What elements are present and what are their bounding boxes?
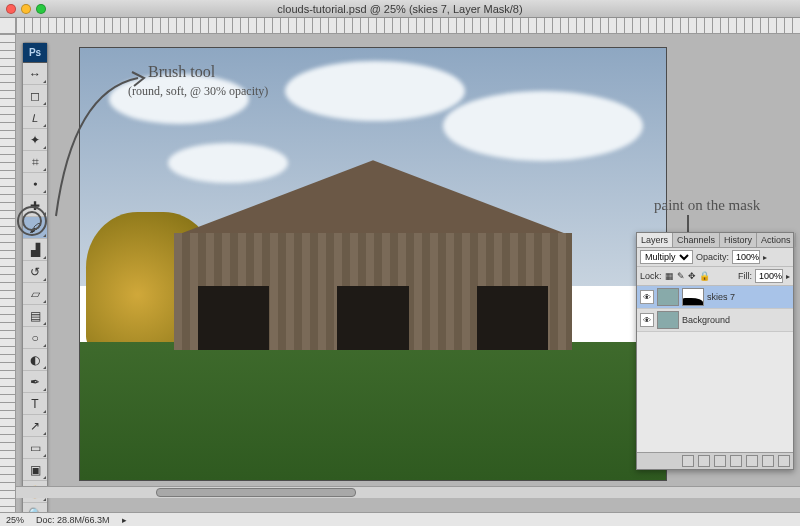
pen-tool[interactable]: ✒	[23, 371, 47, 393]
marquee-tool[interactable]: ◻	[23, 85, 47, 107]
window-title: clouds-tutorial.psd @ 25% (skies 7, Laye…	[0, 3, 800, 15]
type-tool[interactable]: T	[23, 393, 47, 415]
wand-tool[interactable]: ✦	[23, 129, 47, 151]
visibility-toggle-icon[interactable]: 👁	[640, 313, 654, 327]
dodge-tool[interactable]: ◐	[23, 349, 47, 371]
doc-size: Doc: 28.8M/66.3M	[36, 515, 110, 525]
tools-panel[interactable]: Ps ↔◻𝘓✦⌗⦁✚🖌▟↺▱▤○◐✒T↗▭▣✋🔍	[22, 42, 48, 526]
layer-name[interactable]: Background	[682, 315, 730, 325]
status-bar: 25% Doc: 28.8M/66.3M ▸	[0, 512, 800, 526]
crop-tool[interactable]: ⌗	[23, 151, 47, 173]
opacity-input[interactable]	[732, 250, 760, 264]
fill-label: Fill:	[738, 271, 752, 281]
layer-thumbnail[interactable]	[657, 311, 679, 329]
lock-all-icon[interactable]: 🔒	[699, 271, 710, 281]
layer-mask-thumbnail[interactable]	[682, 288, 704, 306]
panel-tab-paths[interactable]: Paths	[796, 233, 800, 247]
layer-row[interactable]: 👁Background	[637, 309, 793, 332]
gradient-tool[interactable]: ▤	[23, 305, 47, 327]
layers-panel[interactable]: LayersChannelsHistoryActionsPaths Multip…	[636, 232, 794, 470]
layer-row[interactable]: 👁skies 7	[637, 286, 793, 309]
blur-tool[interactable]: ○	[23, 327, 47, 349]
horizontal-scrollbar[interactable]	[16, 486, 800, 498]
layers-panel-empty-area[interactable]	[637, 332, 793, 452]
panel-tab-channels[interactable]: Channels	[673, 233, 720, 247]
fill-input[interactable]	[755, 269, 783, 283]
layers-panel-footer	[637, 452, 793, 469]
new-layer-icon[interactable]	[762, 455, 774, 467]
path-tool[interactable]: ↗	[23, 415, 47, 437]
vertical-ruler[interactable]	[0, 34, 16, 512]
brush-tool[interactable]: 🖌	[23, 217, 47, 239]
zoom-level[interactable]: 25%	[6, 515, 24, 525]
fill-slider-icon[interactable]: ▸	[786, 272, 790, 281]
stamp-tool[interactable]: ▟	[23, 239, 47, 261]
opacity-label: Opacity:	[696, 252, 729, 262]
layers-panel-tabs: LayersChannelsHistoryActionsPaths	[637, 233, 793, 248]
horizontal-ruler[interactable]	[16, 18, 800, 34]
notes-tool[interactable]: ▣	[23, 459, 47, 481]
document-canvas[interactable]	[80, 48, 666, 480]
opacity-slider-icon[interactable]: ▸	[763, 253, 767, 262]
app-badge: Ps	[23, 43, 47, 63]
adjustment-layer-icon[interactable]	[730, 455, 742, 467]
move-tool[interactable]: ↔	[23, 63, 47, 85]
ruler-origin[interactable]	[0, 18, 16, 34]
lock-label: Lock:	[640, 271, 662, 281]
visibility-toggle-icon[interactable]: 👁	[640, 290, 654, 304]
shape-tool[interactable]: ▭	[23, 437, 47, 459]
status-flyout-icon[interactable]: ▸	[122, 515, 127, 525]
window-titlebar: clouds-tutorial.psd @ 25% (skies 7, Laye…	[0, 0, 800, 18]
eyedropper-tool[interactable]: ⦁	[23, 173, 47, 195]
panel-tab-history[interactable]: History	[720, 233, 757, 247]
lock-paint-icon[interactable]: ✎	[677, 271, 685, 281]
delete-layer-icon[interactable]	[778, 455, 790, 467]
workspace: Ps ↔◻𝘓✦⌗⦁✚🖌▟↺▱▤○◐✒T↗▭▣✋🔍 Brush tool (rou…	[0, 18, 800, 512]
history-brush-tool[interactable]: ↺	[23, 261, 47, 283]
link-layers-icon[interactable]	[682, 455, 694, 467]
photo-content	[80, 48, 666, 480]
group-icon[interactable]	[746, 455, 758, 467]
panel-tab-actions[interactable]: Actions	[757, 233, 796, 247]
eraser-tool[interactable]: ▱	[23, 283, 47, 305]
lock-transparency-icon[interactable]: ▦	[665, 271, 674, 281]
layer-name[interactable]: skies 7	[707, 292, 735, 302]
healing-tool[interactable]: ✚	[23, 195, 47, 217]
lock-position-icon[interactable]: ✥	[688, 271, 696, 281]
annotation-mask-label: paint on the mask	[654, 196, 760, 214]
layer-thumbnail[interactable]	[657, 288, 679, 306]
blend-mode-select[interactable]: Multiply	[640, 250, 693, 264]
panel-tab-layers[interactable]: Layers	[637, 233, 673, 247]
lasso-tool[interactable]: 𝘓	[23, 107, 47, 129]
layer-style-icon[interactable]	[698, 455, 710, 467]
layer-mask-icon[interactable]	[714, 455, 726, 467]
